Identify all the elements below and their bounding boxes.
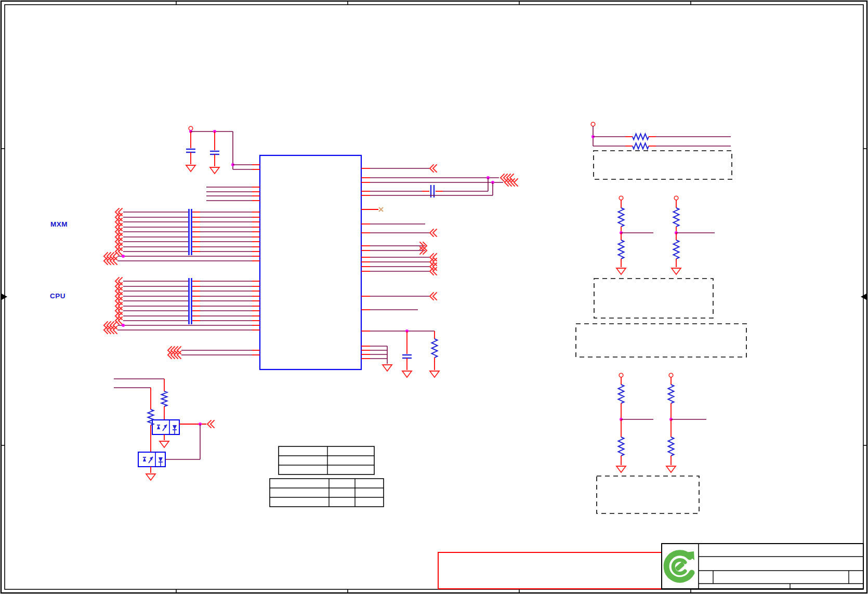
- bus-label-mxm: MXM: [50, 220, 68, 228]
- revision-tables: [270, 446, 384, 507]
- ground-symbol: [616, 268, 626, 274]
- schematic-canvas: [0, 0, 868, 594]
- resistor-symbol: [674, 208, 679, 227]
- power-port: [591, 122, 595, 126]
- mosfet-diode-icon: [159, 457, 163, 462]
- power-port: [674, 196, 678, 200]
- revision-table: [279, 446, 374, 474]
- dashed-note-box: [576, 324, 746, 357]
- ground-symbol: [160, 441, 169, 447]
- junction-dot: [122, 255, 125, 258]
- mosfet-diode-icon: [157, 425, 160, 429]
- series-termination-net: [591, 122, 732, 179]
- resistor-symbol: [619, 208, 624, 227]
- resistor-symbol: [619, 437, 624, 456]
- ground-symbol: [666, 466, 676, 472]
- no-connect-icon: [379, 207, 383, 212]
- off-page-connector-left-icon: [115, 248, 122, 255]
- title-block: [662, 544, 863, 589]
- off-page-connector-left-icon: [430, 165, 437, 172]
- resistor-symbol: [633, 143, 649, 149]
- mxm-bus: [104, 208, 260, 265]
- mosfet-diode-icon: [143, 457, 146, 461]
- eco-note-box: [438, 552, 662, 589]
- power-port: [619, 196, 623, 200]
- ground-symbol: [186, 165, 195, 171]
- resistor-symbol: [674, 240, 679, 259]
- ground-symbol: [210, 167, 219, 174]
- ic-block: [260, 155, 361, 369]
- resistor-symbol: [432, 339, 438, 358]
- dashed-note-box: [597, 476, 699, 513]
- ground-symbol: [402, 371, 412, 377]
- off-page-connector-left-icon: [110, 257, 117, 265]
- off-page-connector-left-icon: [110, 326, 117, 334]
- title-block: [662, 544, 863, 589]
- right-nets: [361, 165, 518, 377]
- left-stub-wires: [168, 187, 260, 359]
- off-page-connector-left-icon: [115, 317, 122, 324]
- pullup-dividers-lower: [597, 373, 706, 513]
- resistor-symbol: [668, 385, 674, 403]
- dashed-note-box: [594, 279, 713, 318]
- cpu-bus: [104, 278, 260, 334]
- resistor-symbol: [633, 134, 649, 140]
- ground-symbol: [616, 466, 626, 472]
- resistor-symbol: [619, 240, 624, 259]
- main-ic-block: [260, 155, 361, 369]
- ground-symbol: [672, 268, 681, 274]
- ground-symbol: [383, 365, 392, 371]
- off-page-connector-left-icon: [430, 268, 437, 275]
- load-switch-circuit: [114, 379, 214, 480]
- revision-table: [270, 479, 384, 507]
- off-page-connector-left-icon: [430, 293, 437, 300]
- junction-dot: [122, 324, 125, 327]
- eco-note: [438, 552, 662, 589]
- power-port: [189, 126, 193, 130]
- mosfet-diode-icon: [173, 425, 177, 430]
- off-page-connector-left-icon: [430, 229, 437, 236]
- resistor-symbol: [619, 385, 624, 403]
- pullup-dividers-upper: [576, 196, 746, 357]
- off-page-connector-left-icon: [207, 420, 214, 428]
- off-page-connector-left-icon: [174, 351, 181, 359]
- resistor-symbol: [162, 391, 167, 406]
- power-port: [669, 373, 673, 377]
- ground-symbol: [430, 371, 439, 377]
- dashed-note-box: [594, 151, 732, 179]
- ground-symbol: [146, 474, 155, 480]
- resistor-symbol: [668, 437, 674, 456]
- schematic-sheet: MXM CPU: [0, 0, 868, 594]
- power-port: [619, 373, 623, 377]
- bus-label-cpu: CPU: [50, 292, 65, 300]
- decoupling-cap-cluster: [186, 126, 260, 174]
